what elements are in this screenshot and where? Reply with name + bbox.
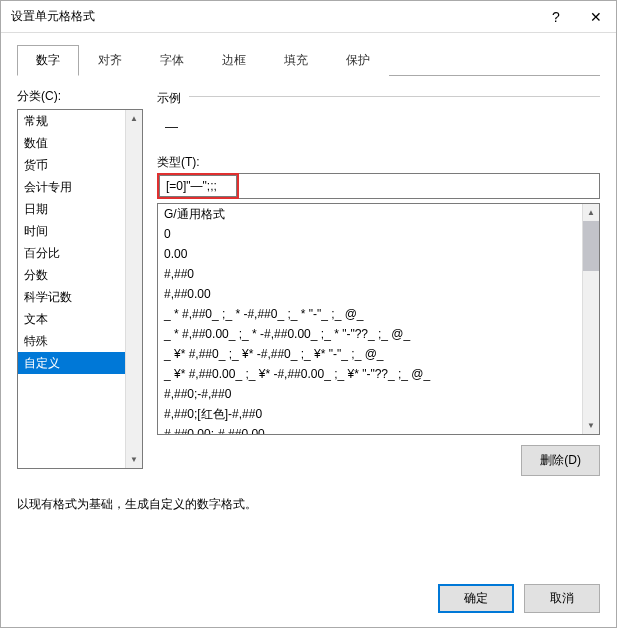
category-item-date[interactable]: 日期 bbox=[18, 198, 125, 220]
tab-border[interactable]: 边框 bbox=[203, 45, 265, 76]
format-item[interactable]: #,##0.00 bbox=[158, 284, 582, 304]
format-cells-dialog: 设置单元格格式 ? ✕ 数字 对齐 字体 边框 填充 保护 分类(C): 常规 … bbox=[0, 0, 617, 628]
right-column: 示例 — 类型(T): G/通用格式 0 0. bbox=[157, 88, 600, 476]
category-item-fraction[interactable]: 分数 bbox=[18, 264, 125, 286]
tab-alignment[interactable]: 对齐 bbox=[79, 45, 141, 76]
help-button[interactable]: ? bbox=[536, 1, 576, 33]
format-listbox[interactable]: G/通用格式 0 0.00 #,##0 #,##0.00 _ * #,##0_ … bbox=[157, 203, 600, 435]
scroll-down-icon[interactable]: ▼ bbox=[583, 417, 599, 434]
cancel-button[interactable]: 取消 bbox=[524, 584, 600, 613]
category-item-currency[interactable]: 货币 bbox=[18, 154, 125, 176]
scroll-track[interactable] bbox=[583, 271, 599, 417]
category-item-special[interactable]: 特殊 bbox=[18, 330, 125, 352]
upper-row: 分类(C): 常规 数值 货币 会计专用 日期 时间 百分比 分数 科学记数 bbox=[17, 88, 600, 476]
close-button[interactable]: ✕ bbox=[576, 1, 616, 33]
tab-number[interactable]: 数字 bbox=[17, 45, 79, 76]
category-item-text[interactable]: 文本 bbox=[18, 308, 125, 330]
dialog-title: 设置单元格格式 bbox=[11, 8, 536, 25]
format-item[interactable]: _ * #,##0_ ;_ * -#,##0_ ;_ * "-"_ ;_ @_ bbox=[158, 304, 582, 324]
delete-button[interactable]: 删除(D) bbox=[521, 445, 600, 476]
tab-content: 分类(C): 常规 数值 货币 会计专用 日期 时间 百分比 分数 科学记数 bbox=[17, 76, 600, 564]
scroll-up-icon[interactable]: ▲ bbox=[583, 204, 599, 221]
tab-fill[interactable]: 填充 bbox=[265, 45, 327, 76]
category-item-general[interactable]: 常规 bbox=[18, 110, 125, 132]
description-text: 以现有格式为基础，生成自定义的数字格式。 bbox=[17, 496, 600, 513]
format-scrollbar[interactable]: ▲ ▼ bbox=[582, 204, 599, 434]
sample-label: 示例 bbox=[157, 90, 187, 107]
tab-font[interactable]: 字体 bbox=[141, 45, 203, 76]
format-item[interactable]: G/通用格式 bbox=[158, 204, 582, 224]
category-item-time[interactable]: 时间 bbox=[18, 220, 125, 242]
format-items: G/通用格式 0 0.00 #,##0 #,##0.00 _ * #,##0_ … bbox=[158, 204, 582, 434]
ok-button[interactable]: 确定 bbox=[438, 584, 514, 613]
format-item[interactable]: _ ¥* #,##0_ ;_ ¥* -#,##0_ ;_ ¥* "-"_ ;_ … bbox=[158, 344, 582, 364]
format-item[interactable]: _ * #,##0.00_ ;_ * -#,##0.00_ ;_ * "-"??… bbox=[158, 324, 582, 344]
titlebar: 设置单元格格式 ? ✕ bbox=[1, 1, 616, 33]
tab-protection[interactable]: 保护 bbox=[327, 45, 389, 76]
scroll-up-icon[interactable]: ▲ bbox=[126, 110, 142, 127]
format-item[interactable]: #,##0;-#,##0 bbox=[158, 384, 582, 404]
category-scrollbar[interactable]: ▲ ▼ bbox=[125, 110, 142, 468]
type-label: 类型(T): bbox=[157, 154, 600, 171]
sample-divider bbox=[189, 96, 600, 97]
format-item[interactable]: _ ¥* #,##0.00_ ;_ ¥* -#,##0.00_ ;_ ¥* "-… bbox=[158, 364, 582, 384]
type-input-row bbox=[157, 173, 600, 199]
dialog-body: 数字 对齐 字体 边框 填充 保护 分类(C): 常规 数值 货币 会计专用 bbox=[1, 33, 616, 574]
category-column: 分类(C): 常规 数值 货币 会计专用 日期 时间 百分比 分数 科学记数 bbox=[17, 88, 143, 476]
category-item-custom[interactable]: 自定义 bbox=[18, 352, 125, 374]
format-item[interactable]: 0 bbox=[158, 224, 582, 244]
scroll-down-icon[interactable]: ▼ bbox=[126, 451, 142, 468]
category-label: 分类(C): bbox=[17, 88, 143, 105]
dialog-footer: 确定 取消 bbox=[1, 574, 616, 627]
category-item-scientific[interactable]: 科学记数 bbox=[18, 286, 125, 308]
highlight-box bbox=[157, 173, 239, 199]
type-input-remainder[interactable] bbox=[239, 173, 600, 199]
category-item-accounting[interactable]: 会计专用 bbox=[18, 176, 125, 198]
format-item[interactable]: 0.00 bbox=[158, 244, 582, 264]
category-items: 常规 数值 货币 会计专用 日期 时间 百分比 分数 科学记数 文本 特殊 自定… bbox=[18, 110, 125, 468]
category-item-percentage[interactable]: 百分比 bbox=[18, 242, 125, 264]
format-item[interactable]: #,##0;[红色]-#,##0 bbox=[158, 404, 582, 424]
delete-row: 删除(D) bbox=[157, 445, 600, 476]
type-input[interactable] bbox=[159, 175, 237, 197]
sample-value: — bbox=[157, 107, 600, 154]
format-item[interactable]: #,##0 bbox=[158, 264, 582, 284]
category-listbox[interactable]: 常规 数值 货币 会计专用 日期 时间 百分比 分数 科学记数 文本 特殊 自定… bbox=[17, 109, 143, 469]
tab-strip: 数字 对齐 字体 边框 填充 保护 bbox=[17, 45, 600, 76]
format-item[interactable]: #,##0.00;-#,##0.00 bbox=[158, 424, 582, 434]
category-item-number[interactable]: 数值 bbox=[18, 132, 125, 154]
sample-group: 示例 — bbox=[157, 88, 600, 154]
scroll-thumb[interactable] bbox=[583, 221, 599, 271]
